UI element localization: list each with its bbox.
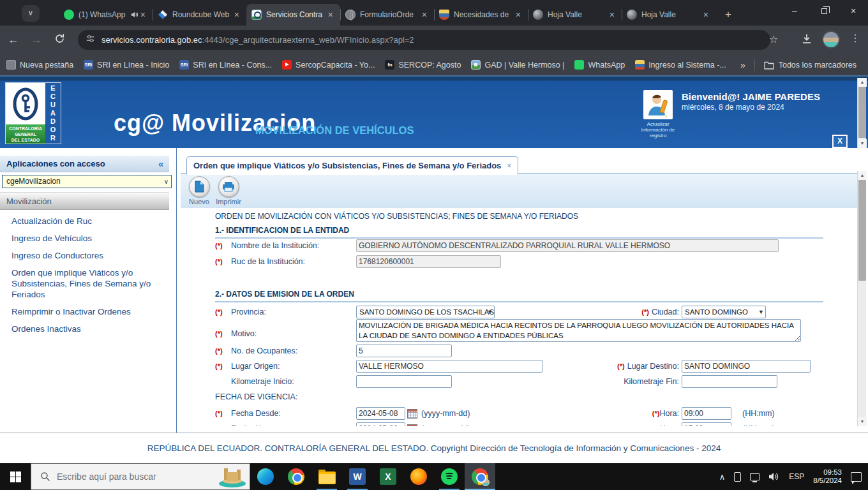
site-settings-icon[interactable] bbox=[86, 34, 95, 46]
bookmark-star-icon[interactable]: ☆ bbox=[769, 33, 778, 45]
taskbar-search[interactable] bbox=[31, 463, 250, 490]
sidebar-item-ingreso-conductores[interactable]: Ingreso de Conductores bbox=[11, 250, 165, 261]
document-tab[interactable]: Orden que implique Viáticos y/o Subsiste… bbox=[186, 156, 518, 175]
browser-menu-icon[interactable]: ⋮ bbox=[850, 32, 860, 44]
bookmark-sercopcapacita[interactable]: SercopCapacita - Yo... bbox=[282, 60, 375, 70]
sidebar-item-ordenes-inactivas[interactable]: Ordenes Inactivas bbox=[11, 323, 165, 334]
sidebar-item-actualizacion-ruc[interactable]: Actualización de Ruc bbox=[11, 216, 165, 226]
taskbar-edge-button[interactable] bbox=[250, 463, 281, 490]
tab-close-icon[interactable]: × bbox=[232, 10, 241, 20]
taskbar-excel-button[interactable]: X bbox=[373, 463, 403, 490]
forward-button[interactable]: → bbox=[27, 34, 46, 47]
network-icon[interactable] bbox=[750, 473, 760, 480]
action-center-icon[interactable] bbox=[851, 472, 862, 482]
scroll-up-icon[interactable]: ▲ bbox=[858, 171, 867, 180]
scroll-down-icon[interactable]: ▼ bbox=[858, 139, 867, 148]
tab-search-button[interactable]: ∨ bbox=[22, 5, 40, 22]
tab-close-icon[interactable]: × bbox=[514, 10, 523, 20]
provincia-select[interactable]: SANTO DOMINGO DE LOS TSACHILAS ▼ bbox=[356, 306, 495, 318]
tab-close-icon[interactable]: × bbox=[701, 10, 710, 20]
tab-close-icon[interactable]: × bbox=[608, 10, 617, 20]
scrollbar-thumb[interactable] bbox=[858, 180, 866, 281]
app-close-button[interactable]: X bbox=[832, 135, 848, 148]
reload-button[interactable] bbox=[50, 33, 69, 47]
fecha-hasta-input[interactable] bbox=[356, 422, 405, 426]
sidebar-item-orden-viaticos[interactable]: Orden que implique Viáticos y/o Subsiste… bbox=[11, 267, 165, 300]
taskbar-firefox-button[interactable] bbox=[403, 463, 434, 490]
tab-close-icon[interactable]: × bbox=[326, 10, 335, 20]
language-indicator[interactable]: ESP bbox=[789, 472, 804, 481]
content-scrollbar[interactable]: ▲ ▼ bbox=[857, 171, 866, 426]
application-select[interactable]: cgeMovilizacion ∨ bbox=[2, 175, 172, 188]
bookmark-sri-inicio[interactable]: SRiSRI en Línea - Inicio bbox=[84, 60, 169, 70]
header-scrollbar[interactable]: ▲ ▼ bbox=[857, 78, 866, 148]
browser-tab-roundcube[interactable]: Roundcube Web × bbox=[153, 4, 246, 26]
lugar-origen-input[interactable] bbox=[356, 360, 542, 373]
browser-tab-necesidades[interactable]: Necesidades de × bbox=[434, 4, 528, 26]
url-text[interactable]: servicios.contraloria.gob.ec:4443/cge_ar… bbox=[101, 35, 414, 45]
taskbar-explorer-button[interactable] bbox=[311, 463, 342, 490]
sidebar-item-ingreso-vehiculos[interactable]: Ingreso de Vehículos bbox=[11, 233, 165, 244]
tab-close-icon[interactable]: × bbox=[420, 10, 429, 20]
sidebar-collapse-icon[interactable]: « bbox=[158, 156, 163, 172]
browser-tab-formulario[interactable]: FormularioOrde × bbox=[340, 4, 434, 26]
scrollbar-thumb[interactable] bbox=[858, 87, 866, 138]
browser-tab-hoja-valle-2[interactable]: Hoja Valle × bbox=[622, 4, 715, 26]
address-bar[interactable]: servicios.contraloria.gob.ec:4443/cge_ar… bbox=[78, 30, 770, 50]
document-tab-close-icon[interactable]: × bbox=[507, 161, 511, 170]
bookmark-nueva-pestana[interactable]: Nueva pestaña bbox=[6, 60, 73, 70]
motivo-textarea[interactable]: MOVILIZACIÓN DE BRIGADA MÉDICA HACIA REC… bbox=[356, 319, 801, 342]
tab-audio-icon[interactable] bbox=[131, 11, 138, 19]
update-info-button[interactable] bbox=[643, 90, 673, 119]
start-button[interactable] bbox=[0, 463, 31, 490]
browser-tab-hoja-valle-1[interactable]: Hoja Valle × bbox=[528, 4, 622, 26]
ruc-input[interactable] bbox=[356, 255, 501, 268]
profile-avatar[interactable] bbox=[822, 31, 840, 48]
bookmark-whatsapp[interactable]: WhatsApp bbox=[574, 60, 625, 70]
window-minimize-button[interactable]: – bbox=[780, 0, 809, 22]
downloads-icon[interactable] bbox=[800, 33, 813, 45]
sphere-icon bbox=[627, 10, 637, 20]
scroll-up-icon[interactable]: ▲ bbox=[858, 78, 867, 87]
bookmarks-overflow-icon[interactable]: » bbox=[740, 60, 745, 70]
new-button[interactable]: Nuevo bbox=[184, 176, 214, 208]
tab-close-icon[interactable]: × bbox=[138, 10, 147, 20]
print-button[interactable]: Imprimir bbox=[214, 176, 243, 208]
search-input[interactable] bbox=[57, 471, 204, 482]
fecha-desde-input[interactable] bbox=[356, 407, 405, 420]
device-icon[interactable] bbox=[734, 472, 741, 482]
taskbar-chrome-button[interactable] bbox=[281, 463, 311, 490]
back-button[interactable]: ← bbox=[4, 34, 23, 47]
lugar-destino-input[interactable] bbox=[682, 360, 811, 373]
taskbar-spotify-button[interactable] bbox=[434, 463, 465, 490]
scroll-down-icon[interactable]: ▼ bbox=[858, 417, 867, 426]
taskbar-chrome-active-button[interactable] bbox=[465, 463, 495, 490]
taskbar-clock[interactable]: 09:53 8/5/2024 bbox=[813, 468, 842, 485]
bookmark-ingreso-sistema[interactable]: Ingreso al Sistema -... bbox=[635, 60, 726, 70]
volume-icon[interactable] bbox=[768, 472, 780, 481]
calendar-icon[interactable] bbox=[407, 409, 417, 419]
order-form: ORDEN DE MOVILIZACIÓN CON VIÁTICOS Y/O S… bbox=[181, 208, 857, 426]
hora-desde-input[interactable] bbox=[682, 407, 731, 420]
search-highlight-image[interactable] bbox=[218, 464, 247, 487]
sidebar-item-reimprimir[interactable]: Reimprimir o Inactivar Ordenes bbox=[11, 306, 165, 317]
km-fin-input[interactable] bbox=[682, 375, 777, 388]
calendar-icon[interactable] bbox=[407, 424, 417, 427]
taskbar-word-button[interactable]: W bbox=[342, 463, 373, 490]
all-bookmarks-button[interactable]: Todos los marcadores bbox=[764, 61, 857, 70]
bookmark-sri-consultas[interactable]: SRiSRI en Línea - Cons... bbox=[179, 60, 272, 70]
km-inicio-input[interactable] bbox=[356, 375, 452, 388]
browser-tab-whatsapp[interactable]: (1) WhatsApp × bbox=[59, 4, 153, 26]
institution-input[interactable] bbox=[356, 239, 779, 252]
new-tab-button[interactable]: + bbox=[720, 6, 737, 23]
tray-chevron-icon[interactable]: ∧ bbox=[719, 472, 726, 482]
bookmark-gad-valle-hermoso[interactable]: GAD | Valle Hermoso | bbox=[471, 60, 564, 70]
sri-icon: SRi bbox=[84, 60, 93, 70]
ciudad-select[interactable]: SANTO DOMINGO ▼ bbox=[682, 306, 766, 318]
window-close-button[interactable]: × bbox=[839, 0, 868, 22]
browser-tab-servicios-active[interactable]: Servicios Contra × bbox=[246, 4, 340, 26]
window-restore-button[interactable] bbox=[809, 0, 839, 22]
hora-hasta-input[interactable] bbox=[682, 422, 731, 426]
bookmark-sercop-agosto[interactable]: fnSERCOP: Agosto bbox=[385, 60, 461, 70]
ocupantes-input[interactable] bbox=[356, 345, 452, 357]
